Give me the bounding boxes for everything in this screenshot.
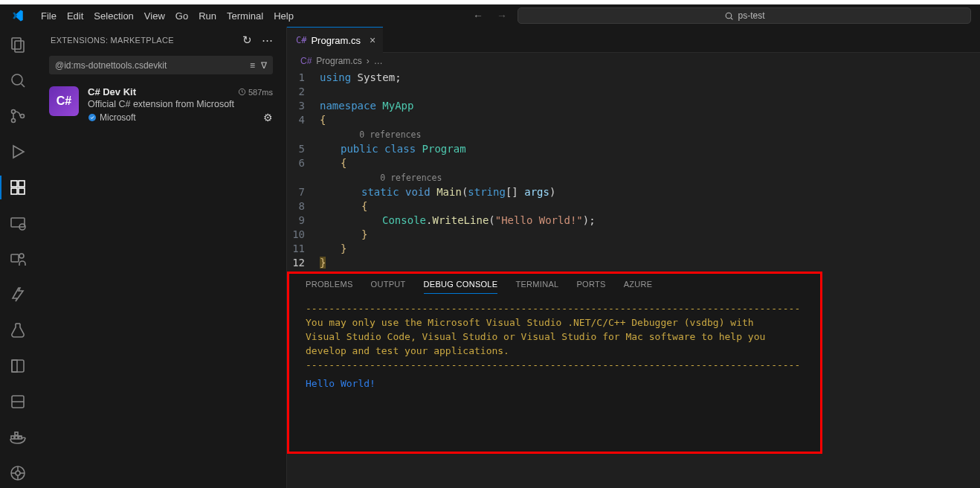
menu-file[interactable]: File <box>36 4 62 27</box>
svg-point-8 <box>21 115 25 118</box>
svg-rect-19 <box>12 360 24 372</box>
extension-item[interactable]: C# C# Dev Kit 587ms Official C# extensio… <box>36 82 286 128</box>
activity-extensions-icon[interactable] <box>0 176 36 199</box>
menu-go[interactable]: Go <box>170 4 193 27</box>
csharp-file-icon: C# <box>300 56 312 66</box>
extension-manage-gear-icon[interactable]: ⚙ <box>263 112 273 123</box>
extension-description: Official C# extension from Microsoft <box>88 99 273 109</box>
svg-point-0 <box>726 13 732 19</box>
more-icon[interactable]: ⋯ <box>262 33 273 47</box>
breadcrumb-separator: › <box>367 56 370 66</box>
svg-point-34 <box>88 114 96 121</box>
menu-terminal[interactable]: Terminal <box>222 4 268 27</box>
tab-close-icon[interactable]: × <box>370 34 375 46</box>
menu-help[interactable]: Help <box>268 4 299 27</box>
command-center[interactable]: ps-test <box>518 7 971 24</box>
panel-tab-ports[interactable]: PORTS <box>576 280 605 294</box>
verified-publisher-icon <box>88 113 97 122</box>
activity-kubernetes-icon[interactable] <box>0 461 36 485</box>
breadcrumb-more: … <box>374 56 383 66</box>
csharp-file-icon: C# <box>296 35 306 45</box>
extensions-search-input[interactable]: @id:ms-dotnettools.csdevkit ≡ ∇ <box>49 56 273 74</box>
activity-source-control-icon[interactable] <box>0 104 36 128</box>
svg-rect-16 <box>11 254 19 262</box>
svg-rect-3 <box>15 41 24 52</box>
activity-run-debug-icon[interactable] <box>0 140 36 164</box>
activity-explorer-icon[interactable] <box>0 33 36 57</box>
code-editor[interactable]: 1using System; 2 3namespace MyApp 4{ 0 r… <box>287 69 980 270</box>
svg-point-4 <box>12 74 22 85</box>
extension-title: C# Dev Kit <box>88 86 136 97</box>
svg-line-5 <box>22 84 25 87</box>
bottom-panel: PROBLEMS OUTPUT DEBUG CONSOLE TERMINAL P… <box>287 272 822 454</box>
menu-run[interactable]: Run <box>193 4 222 27</box>
codelens-references[interactable]: 0 references <box>359 129 421 140</box>
program-output-line: Hello World! <box>306 376 804 391</box>
svg-rect-24 <box>15 436 18 439</box>
activity-testing-icon[interactable] <box>0 318 36 342</box>
svg-rect-12 <box>11 188 17 194</box>
titlebar: File Edit Selection View Go Run Terminal… <box>0 4 980 27</box>
svg-rect-2 <box>12 38 21 49</box>
nav-back-icon[interactable]: ← <box>473 10 483 22</box>
panel-tabs: PROBLEMS OUTPUT DEBUG CONSOLE TERMINAL P… <box>289 274 820 294</box>
svg-rect-23 <box>11 436 14 439</box>
refresh-icon[interactable]: ↻ <box>242 33 252 47</box>
nav-forward-icon[interactable]: → <box>497 10 507 22</box>
activity-search-icon[interactable] <box>0 68 36 92</box>
search-icon <box>724 11 734 21</box>
panel-tab-debug-console[interactable]: DEBUG CONSOLE <box>424 280 498 294</box>
svg-rect-10 <box>11 181 17 187</box>
menu-selection[interactable]: Selection <box>88 4 138 27</box>
filter-icon[interactable]: ∇ <box>261 60 267 71</box>
sidebar-title: EXTENSIONS: MARKETPLACE <box>51 36 174 45</box>
activity-remote-icon[interactable] <box>0 211 36 235</box>
panel-tab-azure[interactable]: AZURE <box>624 280 653 294</box>
menu-edit[interactable]: Edit <box>62 4 88 27</box>
activity-docker-icon[interactable] <box>0 426 36 449</box>
breadcrumb-file: Program.cs <box>316 56 361 66</box>
activity-ext2-icon[interactable] <box>0 390 36 414</box>
activity-azure-icon[interactable] <box>0 283 36 306</box>
tab-label: Program.cs <box>311 35 360 46</box>
breadcrumb[interactable]: C# Program.cs › … <box>287 53 980 69</box>
extensions-search-value: @id:ms-dotnettools.csdevkit <box>55 60 167 71</box>
codelens-references[interactable]: 0 references <box>380 173 442 183</box>
svg-point-27 <box>16 471 20 475</box>
activity-teams-icon[interactable] <box>0 247 36 271</box>
svg-rect-20 <box>12 360 17 372</box>
clear-search-icon[interactable]: ≡ <box>250 60 255 71</box>
svg-rect-14 <box>11 218 25 227</box>
svg-line-1 <box>731 18 732 19</box>
command-center-text: ps-test <box>738 10 765 21</box>
menu-view[interactable]: View <box>139 4 170 27</box>
svg-point-7 <box>12 119 16 123</box>
activity-bar <box>0 27 36 488</box>
sidebar-extensions: EXTENSIONS: MARKETPLACE ↻ ⋯ @id:ms-dotne… <box>36 27 287 488</box>
vscode-logo-icon <box>0 9 36 22</box>
editor-tabs: C# Program.cs × <box>287 27 980 53</box>
svg-rect-26 <box>15 432 18 435</box>
svg-rect-11 <box>19 181 25 187</box>
debug-console-output[interactable]: ----------------------------------------… <box>289 294 820 398</box>
panel-tab-output[interactable]: OUTPUT <box>371 280 406 294</box>
panel-tab-terminal[interactable]: TERMINAL <box>515 280 558 294</box>
activity-ext1-icon[interactable] <box>0 354 36 378</box>
panel-tab-problems[interactable]: PROBLEMS <box>306 280 353 294</box>
extension-publisher: Microsoft <box>100 112 136 123</box>
editor-tab-program[interactable]: C# Program.cs × <box>287 27 383 53</box>
svg-point-6 <box>12 110 16 114</box>
editor-group: C# Program.cs × C# Program.cs › … 1using… <box>287 27 980 488</box>
svg-rect-13 <box>19 188 25 194</box>
extension-activation-time: 587ms <box>238 88 273 97</box>
svg-marker-9 <box>13 146 24 158</box>
nav-arrows: ← → <box>473 10 507 22</box>
svg-point-17 <box>19 254 24 258</box>
extension-icon: C# <box>49 86 79 116</box>
